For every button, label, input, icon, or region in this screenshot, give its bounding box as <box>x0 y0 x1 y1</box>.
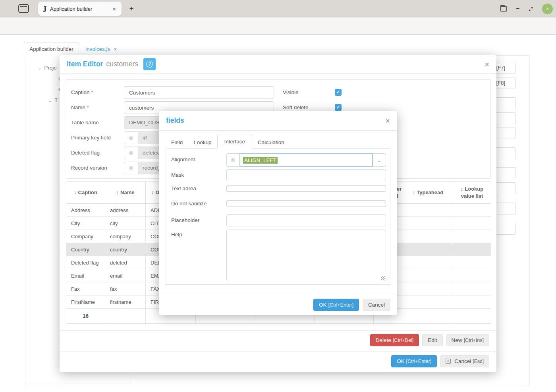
mask-field[interactable] <box>226 169 386 181</box>
do-not-sanitize-label: Do not sanitize <box>171 201 207 207</box>
placeholder-field[interactable] <box>226 214 386 226</box>
browser-tab-title: Application builder <box>50 6 111 12</box>
fields-dialog-title: fields <box>166 116 184 125</box>
do-not-sanitize-checkbox[interactable] <box>226 200 386 207</box>
new-tab-button[interactable]: + <box>126 4 137 14</box>
tab-invoices-js[interactable]: invoices.js × <box>79 42 123 56</box>
browser-tab[interactable]: J Application builder × <box>38 2 122 16</box>
tree-item-label: Proje <box>44 65 57 71</box>
tab-invoices-label: invoices.js <box>85 46 110 52</box>
builder-tab-bar: Application builder invoices.js × <box>24 42 123 56</box>
fields-dialog-header: fields × <box>159 111 397 131</box>
fields-dialog-tabs: Field Lookup Interface Calculation <box>166 135 390 149</box>
cancel-button[interactable]: Cancel <box>363 299 390 311</box>
cancel-button[interactable]: ×Cancel[Esc] <box>440 355 489 367</box>
primary-key-label: Primary key field <box>71 131 123 144</box>
deleted-flag-label: Deleted flag <box>71 147 123 159</box>
window-app-icon <box>18 4 29 13</box>
fields-dialog-close-icon[interactable]: × <box>385 117 390 125</box>
delete-button[interactable]: Delete[Ctrl+Del] <box>370 334 419 346</box>
question-icon: ? <box>146 61 153 68</box>
divider <box>159 295 397 295</box>
tab-invoices-close-icon[interactable]: × <box>114 46 117 52</box>
edit-button[interactable]: Edit <box>422 334 442 346</box>
soft-delete-checkbox[interactable]: ✓ <box>335 104 342 111</box>
alignment-selected-text: ALIGN_LEFT <box>243 157 278 164</box>
item-editor-title: Item Editor <box>67 60 103 68</box>
help-label: Help <box>171 232 182 238</box>
minimize-button[interactable]: − <box>516 7 519 11</box>
clear-circle-icon[interactable]: ⊗ <box>124 162 138 174</box>
table-name-label: Table name <box>71 116 123 129</box>
favicon-icon: J <box>44 5 46 12</box>
text-area-checkbox[interactable] <box>226 185 386 192</box>
fields-dialog-footer-buttons: OK[Ctrl+Enter] Cancel <box>313 299 390 311</box>
text-area-label: Text adrea <box>171 185 196 191</box>
tab-lookup[interactable]: Lookup <box>188 137 217 149</box>
interface-tab-panel: Alignment ⊗ ALIGN_LEFT ⌄ Mask Text adrea <box>166 148 390 285</box>
screen: J Application builder × + − × ← → ↻ ⌂ 12 <box>0 0 556 392</box>
col-typeahead[interactable]: ↕Typeahead <box>403 182 453 204</box>
record-version-label: Record version <box>71 162 123 174</box>
row-count: 16 <box>66 309 105 324</box>
visible-checkbox[interactable]: ✓ <box>335 89 342 96</box>
tab-calculation[interactable]: Calculation <box>252 137 290 149</box>
divider <box>60 351 496 351</box>
ok-button[interactable]: OK[Ctrl+Enter] <box>391 355 437 367</box>
item-editor-footer-buttons: OK[Ctrl+Enter] ×Cancel[Esc] <box>391 355 489 367</box>
grid-action-buttons: Delete[Ctrl+Del] Edit New[Ctrl+Ins] <box>370 334 489 346</box>
col-caption[interactable]: ↕Caption <box>66 182 105 204</box>
browser-titlebar: J Application builder × + − × <box>0 0 556 17</box>
window-list-icon[interactable] <box>500 6 507 12</box>
restore-button[interactable] <box>528 6 533 12</box>
new-button[interactable]: New[Ctrl+Ins] <box>446 334 489 346</box>
clear-circle-icon[interactable]: ⊗ <box>124 147 138 159</box>
item-editor-subtitle: customers <box>106 60 138 68</box>
fields-dialog: fields × Field Lookup Interface Calculat… <box>159 111 397 315</box>
name-label: Name * <box>71 101 123 114</box>
help-textarea[interactable] <box>226 230 386 281</box>
divider <box>60 330 496 331</box>
item-editor-header: Item Editor customers ? × <box>60 55 496 74</box>
mask-label: Mask <box>171 172 184 178</box>
chevron-down-icon[interactable]: ⌄ <box>373 157 386 163</box>
col-lookup-value-list[interactable]: ↕Lookup value list <box>453 182 491 204</box>
tab-interface[interactable]: Interface <box>217 135 253 149</box>
resize-handle[interactable] <box>381 276 385 280</box>
alignment-label: Alignment <box>171 156 195 162</box>
tab-field[interactable]: Field <box>166 137 188 149</box>
window-controls: − × <box>500 0 553 17</box>
col-name[interactable]: ↑Name <box>105 182 146 204</box>
cancel-x-icon: × <box>446 359 451 364</box>
page: Application builder invoices.js × ⌄Proje… <box>0 35 556 392</box>
tab-application-builder[interactable]: Application builder <box>24 42 79 56</box>
caption-field[interactable] <box>124 86 274 99</box>
ok-button[interactable]: OK[Ctrl+Enter] <box>313 299 359 311</box>
chevron-down-icon: ⌄ <box>38 66 41 70</box>
tree-item-project[interactable]: ⌄Proje <box>38 65 57 71</box>
alignment-combobox[interactable]: ⊗ ALIGN_LEFT ⌄ <box>226 153 386 167</box>
item-editor-close-icon[interactable]: × <box>485 60 489 68</box>
alignment-input[interactable]: ALIGN_LEFT <box>239 153 373 167</box>
close-button[interactable]: × <box>542 4 553 14</box>
chevron-down-icon: ⌄ <box>48 98 52 103</box>
browser-toolbar: ← → ↻ ⌂ 127.0.0.1:8080/builder.html ★ Se… <box>0 17 556 35</box>
placeholder-label: Placeholder <box>171 217 199 223</box>
clear-circle-icon[interactable]: ⊗ <box>227 156 239 164</box>
caption-label: Caption * <box>71 86 123 99</box>
tab-close-icon[interactable]: × <box>111 6 118 12</box>
tree-item-t[interactable]: ⌄T <box>48 97 58 103</box>
visible-label: Visible <box>283 86 330 99</box>
tree-item-label: T <box>54 97 58 103</box>
help-button[interactable]: ? <box>143 58 156 70</box>
clear-circle-icon[interactable]: ⊗ <box>124 132 138 144</box>
